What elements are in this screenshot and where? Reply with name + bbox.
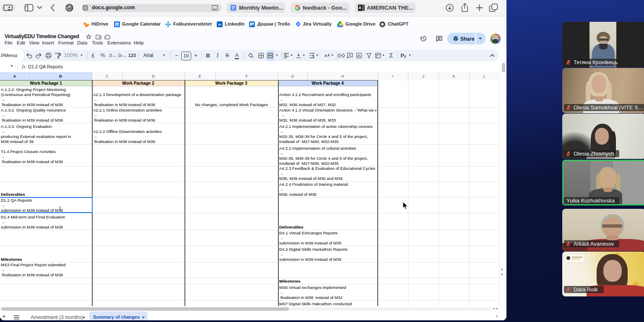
svg-text:in: in <box>218 23 221 26</box>
svg-text:31: 31 <box>115 23 119 26</box>
svg-text:A: A <box>325 54 327 58</box>
